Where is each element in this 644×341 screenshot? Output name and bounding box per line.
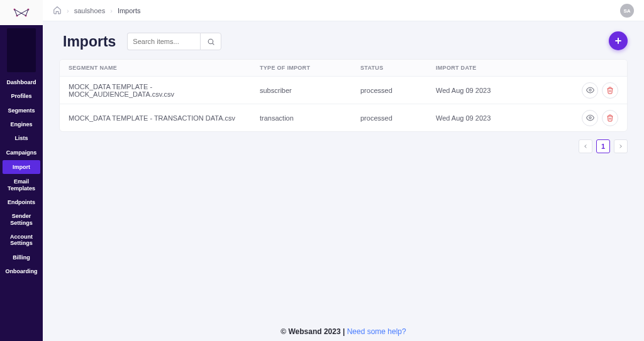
sidebar-item-account-settings[interactable]: Account Settings (0, 230, 43, 251)
sidebar-item-onboarding[interactable]: Onboarding (0, 264, 43, 278)
sidebar-item-campaigns[interactable]: Campaigns (0, 146, 43, 160)
table-header: SEGMENT NAME TYPE OF IMPORT STATUS IMPOR… (60, 60, 627, 76)
search-button[interactable] (200, 33, 221, 50)
search-icon (207, 38, 215, 46)
sidebar-item-dashboard[interactable]: Dashboard (0, 75, 43, 89)
view-button[interactable] (582, 110, 598, 126)
breadcrumb-workspace[interactable]: saulshoes (74, 7, 106, 14)
sidebar-item-billing[interactable]: Billing (0, 251, 43, 264)
svg-point-8 (208, 39, 213, 44)
cell-status: processed (360, 114, 436, 122)
view-button[interactable] (582, 82, 598, 99)
brand-logo[interactable] (0, 0, 43, 25)
chevron-right-icon (618, 143, 624, 149)
avatar[interactable]: SA (620, 4, 634, 18)
search (127, 33, 221, 50)
col-status: STATUS (360, 65, 436, 71)
col-date: IMPORT DATE (436, 65, 562, 71)
imports-table: SEGMENT NAME TYPE OF IMPORT STATUS IMPOR… (59, 59, 628, 132)
row-actions (562, 110, 618, 126)
sidebar-item-profiles[interactable]: Profiles (0, 89, 43, 103)
page-number-button[interactable]: 1 (596, 139, 610, 153)
page-title: Imports (63, 33, 116, 50)
col-segment-name: SEGMENT NAME (69, 65, 260, 71)
footer-copyright: © Websand 2023 | (280, 327, 347, 336)
svg-point-12 (589, 89, 591, 91)
search-input[interactable] (127, 33, 200, 50)
add-import-button[interactable] (609, 31, 628, 50)
chevron-left-icon (582, 143, 589, 149)
sidebar-item-sender-settings[interactable]: Sender Settings (0, 209, 43, 230)
cell-status: processed (360, 87, 436, 94)
pagination: 1 (59, 139, 628, 153)
plus-icon (613, 36, 623, 46)
footer-help-link[interactable]: Need some help? (347, 327, 406, 336)
brand-image (7, 28, 36, 72)
home-icon[interactable] (53, 6, 62, 16)
footer: © Websand 2023 | Need some help? (43, 327, 644, 336)
chevron-right-icon: › (67, 7, 69, 14)
cell-name: MOCK_DATA TEMPLATE - TRANSACTION DATA.cs… (69, 114, 260, 122)
sidebar-item-lists[interactable]: Lists (0, 131, 43, 145)
breadcrumb: › saulshoes › Imports (53, 6, 141, 16)
sidebar-item-endpoints[interactable]: Endpoints (0, 195, 43, 209)
trash-icon (606, 87, 614, 94)
sidebar-item-engines[interactable]: Engines (0, 117, 43, 131)
eye-icon (586, 114, 594, 122)
svg-line-4 (14, 9, 26, 16)
eye-icon (586, 86, 594, 94)
cell-date: Wed Aug 09 2023 (436, 87, 562, 94)
col-type: TYPE OF IMPORT (260, 65, 360, 71)
sidebar-item-email-templates[interactable]: Email Templates (0, 175, 43, 195)
cell-type: transaction (260, 114, 360, 122)
svg-point-13 (589, 117, 591, 119)
cell-name: MOCK_DATA TEMPLATE - MOCK_AUDIENCE_DATA.… (69, 83, 260, 98)
chevron-right-icon: › (110, 7, 113, 14)
delete-button[interactable] (602, 82, 618, 99)
main: › saulshoes › Imports SA Imports SEGMENT… (43, 0, 644, 341)
topbar: › saulshoes › Imports SA (43, 0, 644, 21)
table-row: MOCK_DATA TEMPLATE - TRANSACTION DATA.cs… (60, 104, 627, 131)
breadcrumb-current[interactable]: Imports (118, 7, 141, 14)
cell-date: Wed Aug 09 2023 (436, 114, 562, 122)
content: Imports SEGMENT NAME TYPE OF IMPORT STAT… (43, 21, 644, 341)
svg-line-5 (17, 9, 28, 16)
sidebar: Dashboard Profiles Segments Engines List… (0, 0, 43, 341)
heading-row: Imports (59, 33, 628, 50)
row-actions (562, 82, 618, 99)
sidebar-item-import[interactable]: Import (3, 160, 40, 174)
svg-line-9 (213, 43, 214, 45)
cell-type: subscriber (260, 87, 360, 94)
delete-button[interactable] (602, 110, 618, 126)
trash-icon (606, 114, 614, 122)
sidebar-item-segments[interactable]: Segments (0, 104, 43, 117)
page-prev-button[interactable] (579, 139, 592, 153)
page-next-button[interactable] (614, 139, 628, 153)
table-row: MOCK_DATA TEMPLATE - MOCK_AUDIENCE_DATA.… (60, 76, 627, 104)
